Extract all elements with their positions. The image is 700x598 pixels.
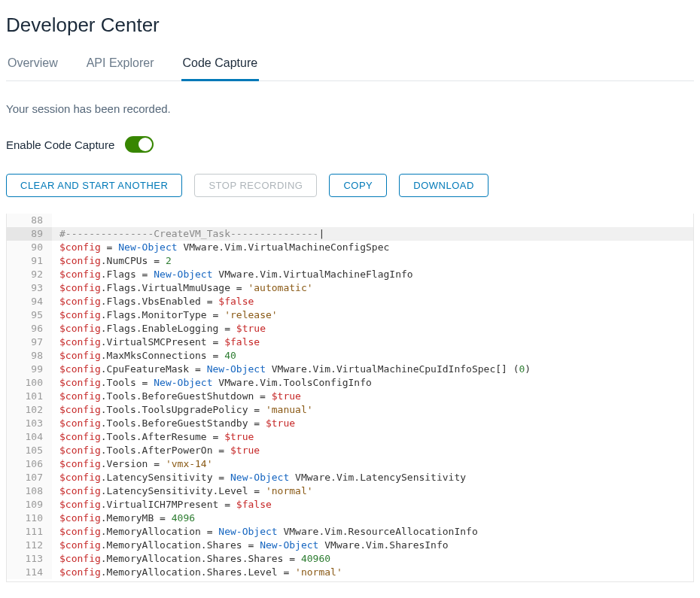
code-line[interactable]: 112$config.MemoryAllocation.Shares = New… xyxy=(7,539,693,552)
line-number: 90 xyxy=(7,241,52,254)
code-line[interactable]: 105$config.Tools.AfterPowerOn = $true xyxy=(7,444,693,457)
code-line[interactable]: 92$config.Flags = New-Object VMware.Vim.… xyxy=(7,268,693,281)
line-number: 95 xyxy=(7,308,52,322)
code-line[interactable]: 110$config.MemoryMB = 4096 xyxy=(7,511,693,525)
code-content[interactable]: $config.NumCPUs = 2 xyxy=(52,254,172,268)
code-content[interactable]: $config.Flags.MonitorType = 'release' xyxy=(52,308,278,322)
line-number: 104 xyxy=(7,430,52,444)
copy-button[interactable]: COPY xyxy=(329,174,387,197)
line-number: 102 xyxy=(7,403,52,417)
code-line[interactable]: 91$config.NumCPUs = 2 xyxy=(7,254,693,268)
code-content[interactable]: $config.Flags.EnableLogging = $true xyxy=(52,322,266,335)
code-content[interactable]: $config.LatencySensitivity.Level = 'norm… xyxy=(52,484,313,498)
code-line[interactable]: 94$config.Flags.VbsEnabled = $false xyxy=(7,295,693,308)
code-line[interactable]: 89#---------------CreateVM_Task---------… xyxy=(7,227,693,241)
code-content[interactable]: $config.MemoryMB = 4096 xyxy=(52,511,195,525)
code-content[interactable]: $config.MemoryAllocation = New-Object VM… xyxy=(52,525,478,539)
code-line[interactable]: 96$config.Flags.EnableLogging = $true xyxy=(7,322,693,335)
line-number: 114 xyxy=(7,566,52,579)
line-number: 92 xyxy=(7,268,52,281)
code-content[interactable]: $config.MemoryAllocation.Shares = New-Ob… xyxy=(52,539,449,552)
code-content[interactable]: $config.MaxMksConnections = 40 xyxy=(52,349,236,363)
code-content[interactable]: #---------------CreateVM_Task-----------… xyxy=(52,227,324,241)
download-button[interactable]: DOWNLOAD xyxy=(399,174,488,197)
line-number: 91 xyxy=(7,254,52,268)
code-content[interactable]: $config = New-Object VMware.Vim.VirtualM… xyxy=(52,241,389,254)
line-number: 111 xyxy=(7,525,52,539)
page-title: Developer Center xyxy=(6,14,694,37)
code-content[interactable]: $config.Flags.VbsEnabled = $false xyxy=(52,295,254,308)
code-line[interactable]: 99$config.CpuFeatureMask = New-Object VM… xyxy=(7,363,693,376)
enable-code-capture-row: Enable Code Capture xyxy=(6,136,694,153)
code-content[interactable] xyxy=(52,214,59,227)
line-number: 89 xyxy=(7,227,52,241)
line-number: 109 xyxy=(7,498,52,511)
code-content[interactable]: $config.Tools = New-Object VMware.Vim.To… xyxy=(52,376,372,390)
line-number: 94 xyxy=(7,295,52,308)
line-number: 96 xyxy=(7,322,52,335)
code-editor[interactable]: 8889#---------------CreateVM_Task-------… xyxy=(6,214,694,582)
line-number: 93 xyxy=(7,281,52,295)
code-content[interactable]: $config.Version = 'vmx-14' xyxy=(52,457,213,471)
line-number: 105 xyxy=(7,444,52,457)
action-button-row: CLEAR AND START ANOTHER STOP RECORDING C… xyxy=(6,174,694,197)
line-number: 110 xyxy=(7,511,52,525)
stop-recording-button: STOP RECORDING xyxy=(194,174,317,197)
code-line[interactable]: 90$config = New-Object VMware.Vim.Virtua… xyxy=(7,241,693,254)
line-number: 88 xyxy=(7,214,52,227)
code-line[interactable]: 114$config.MemoryAllocation.Shares.Level… xyxy=(7,566,693,579)
code-line[interactable]: 102$config.Tools.ToolsUpgradePolicy = 'm… xyxy=(7,403,693,417)
line-number: 97 xyxy=(7,335,52,349)
enable-code-capture-label: Enable Code Capture xyxy=(6,138,114,151)
code-content[interactable]: $config.Tools.BeforeGuestShutdown = $tru… xyxy=(52,390,301,403)
line-number: 112 xyxy=(7,539,52,552)
code-content[interactable]: $config.Tools.AfterResume = $true xyxy=(52,430,254,444)
line-number: 106 xyxy=(7,457,52,471)
code-line[interactable]: 93$config.Flags.VirtualMmuUsage = 'autom… xyxy=(7,281,693,295)
line-number: 113 xyxy=(7,552,52,566)
code-content[interactable]: $config.MemoryAllocation.Shares.Level = … xyxy=(52,566,342,579)
line-number: 108 xyxy=(7,484,52,498)
line-number: 100 xyxy=(7,376,52,390)
code-content[interactable]: $config.MemoryAllocation.Shares.Shares =… xyxy=(52,552,330,566)
code-line[interactable]: 101$config.Tools.BeforeGuestShutdown = $… xyxy=(7,390,693,403)
code-line[interactable]: 111$config.MemoryAllocation = New-Object… xyxy=(7,525,693,539)
line-number: 107 xyxy=(7,471,52,484)
status-message: Your session has been recorded. xyxy=(6,102,694,115)
code-content[interactable]: $config.Tools.AfterPowerOn = $true xyxy=(52,444,260,457)
code-line[interactable]: 108$config.LatencySensitivity.Level = 'n… xyxy=(7,484,693,498)
line-number: 98 xyxy=(7,349,52,363)
code-content[interactable]: $config.CpuFeatureMask = New-Object VMwa… xyxy=(52,363,531,376)
line-number: 103 xyxy=(7,417,52,430)
code-content[interactable]: $config.VirtualICH7MPresent = $false xyxy=(52,498,272,511)
code-line[interactable]: 100$config.Tools = New-Object VMware.Vim… xyxy=(7,376,693,390)
tab-api-explorer[interactable]: API Explorer xyxy=(85,56,156,81)
code-content[interactable]: $config.LatencySensitivity = New-Object … xyxy=(52,471,466,484)
code-line[interactable]: 88 xyxy=(7,214,693,227)
code-line[interactable]: 97$config.VirtualSMCPresent = $false xyxy=(7,335,693,349)
code-content[interactable]: $config.Tools.BeforeGuestStandby = $true xyxy=(52,417,295,430)
line-number: 101 xyxy=(7,390,52,403)
code-line[interactable]: 106$config.Version = 'vmx-14' xyxy=(7,457,693,471)
clear-and-start-another-button[interactable]: CLEAR AND START ANOTHER xyxy=(6,174,182,197)
tabs: Overview API Explorer Code Capture xyxy=(6,56,694,81)
code-content[interactable]: $config.Flags.VirtualMmuUsage = 'automat… xyxy=(52,281,313,295)
enable-code-capture-toggle[interactable] xyxy=(125,136,154,153)
code-line[interactable]: 98$config.MaxMksConnections = 40 xyxy=(7,349,693,363)
code-content[interactable]: $config.Flags = New-Object VMware.Vim.Vi… xyxy=(52,268,413,281)
code-line[interactable]: 113$config.MemoryAllocation.Shares.Share… xyxy=(7,552,693,566)
code-line[interactable]: 103$config.Tools.BeforeGuestStandby = $t… xyxy=(7,417,693,430)
code-content[interactable]: $config.Tools.ToolsUpgradePolicy = 'manu… xyxy=(52,403,313,417)
code-line[interactable]: 109$config.VirtualICH7MPresent = $false xyxy=(7,498,693,511)
code-content[interactable]: $config.VirtualSMCPresent = $false xyxy=(52,335,260,349)
tab-overview[interactable]: Overview xyxy=(6,56,59,81)
line-number: 99 xyxy=(7,363,52,376)
tab-code-capture[interactable]: Code Capture xyxy=(181,56,260,81)
code-line[interactable]: 107$config.LatencySensitivity = New-Obje… xyxy=(7,471,693,484)
code-line[interactable]: 104$config.Tools.AfterResume = $true xyxy=(7,430,693,444)
code-line[interactable]: 95$config.Flags.MonitorType = 'release' xyxy=(7,308,693,322)
